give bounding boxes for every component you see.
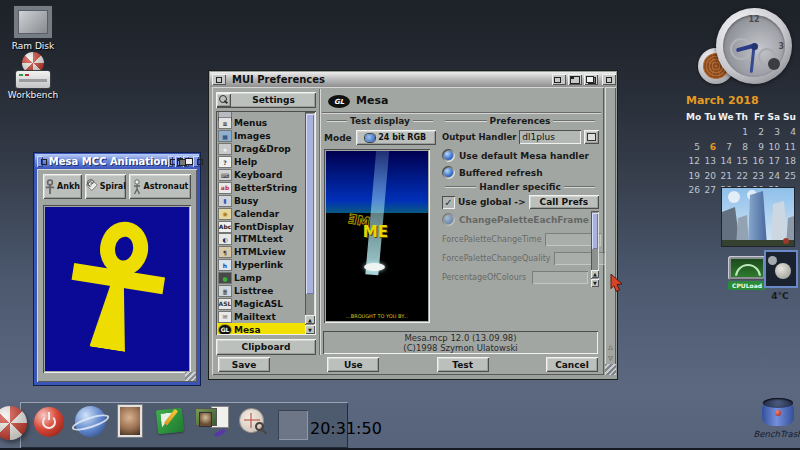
calendar-day: 15	[734, 156, 750, 171]
handler-scrollbar[interactable]: ▲ ▼	[591, 211, 599, 287]
snapshot-gadget[interactable]	[193, 156, 199, 167]
screen-preview[interactable]	[278, 410, 308, 440]
settings-list-item[interactable]: ¶ HTMLview	[217, 246, 305, 259]
settings-list-item[interactable]: Abc FontDisplay	[217, 220, 305, 233]
ankh-button[interactable]: Ankh	[43, 174, 82, 199]
globe-icon[interactable]	[75, 406, 106, 437]
action-button[interactable]: Test	[437, 357, 489, 372]
settings-list-item[interactable]: GL Mesa	[217, 323, 305, 334]
clipboard-button[interactable]: Clipboard	[216, 339, 316, 355]
calendar-day-header: Tu	[702, 112, 718, 127]
scroll-up-arrow[interactable]: ▲	[305, 315, 315, 324]
clock-numeral-3: 3	[778, 42, 784, 51]
settings-list-item[interactable]: ▦ Images	[217, 130, 305, 143]
titlebar[interactable]: Mesa MCC Animation	[35, 154, 199, 169]
settings-list-item[interactable]: h Hyperlink	[217, 259, 305, 272]
border-down-arrow[interactable]: ▽	[606, 353, 615, 362]
portrait-stamp-icon[interactable]	[118, 405, 142, 437]
power-button-icon[interactable]	[34, 407, 64, 437]
scroll-down-arrow[interactable]: ▼	[591, 279, 599, 287]
viewer-icon[interactable]	[238, 408, 268, 434]
use-global-checkbox[interactable]: ✓	[442, 196, 455, 209]
spiral-button[interactable]: Spiral	[85, 174, 126, 199]
cpu-label: CPULoad	[728, 281, 766, 290]
settings-list-item[interactable]: ● Lamp	[217, 272, 305, 285]
icon-label: Workbench	[2, 90, 64, 100]
settings-item-label: Mesa	[234, 325, 261, 334]
scroll-down-arrow[interactable]: ▼	[305, 325, 315, 334]
settings-list-item[interactable]: ◉ Calendar	[217, 207, 305, 220]
cpu-monitor-icon[interactable]: CPULoad	[728, 256, 768, 290]
snapshot-gadget[interactable]	[602, 74, 616, 85]
scrollbar-knob[interactable]	[306, 114, 314, 294]
desktop: Ram Disk Workbench Mesa MCC Animation	[0, 0, 800, 450]
zoom-gadget[interactable]	[568, 74, 582, 85]
icon-workbench[interactable]: Workbench	[2, 52, 64, 100]
scrollbar-knob[interactable]	[592, 213, 598, 249]
notepad-icon[interactable]	[156, 406, 186, 436]
settings-list-item[interactable]: ▮ Busy	[217, 194, 305, 207]
mode-button[interactable]: 24 bit RGB	[356, 130, 436, 145]
scroll-up-arrow[interactable]: ▲	[591, 270, 599, 278]
settings-list-item[interactable]: ◐ HTMLtext	[217, 233, 305, 246]
titlebar[interactable]: MUI Preferences	[210, 72, 616, 87]
calendar-day	[686, 127, 702, 142]
astronaut-icon	[132, 179, 142, 195]
settings-item-label: Drag&Drop	[234, 144, 291, 154]
icon-ram-disk[interactable]: Ram Disk	[2, 6, 64, 51]
calendar-day: 25	[782, 171, 798, 186]
close-gadget[interactable]	[37, 156, 43, 167]
moon-icon	[764, 250, 798, 288]
settings-list-scrollbar[interactable]: ▲ ▼	[305, 112, 315, 334]
settings-item-label: Menus	[234, 118, 267, 128]
trash-icon[interactable]: BenchTrash	[752, 398, 800, 439]
settings-item-label: HTMLtext	[234, 234, 283, 244]
output-handler-field[interactable]: dl1plus	[519, 130, 581, 144]
pictures-icon[interactable]	[196, 407, 228, 435]
output-handler-popup-button[interactable]	[584, 130, 599, 144]
clock-numeral-12: 12	[748, 15, 759, 24]
action-button[interactable]: Save	[218, 357, 270, 372]
border-up-arrow[interactable]: △	[606, 342, 615, 351]
depth-gadget[interactable]	[584, 74, 598, 85]
ghost-field-input	[532, 271, 588, 284]
weather-icon[interactable]: 4°C	[764, 250, 796, 301]
spiral-icon	[85, 179, 98, 194]
resize-gadget[interactable]	[605, 364, 616, 375]
preferences-group-title: Preferences	[442, 116, 598, 126]
settings-header-button[interactable]: Settings	[216, 92, 316, 108]
resize-gadget[interactable]	[185, 372, 196, 381]
iconify-gadget[interactable]	[552, 74, 566, 85]
close-gadget[interactable]	[212, 74, 226, 85]
settings-item-icon: ?	[219, 157, 231, 167]
buffered-refresh-radio[interactable]	[442, 166, 455, 179]
settings-list-item[interactable]: ASL MagicASL	[217, 297, 305, 310]
astronaut-button[interactable]: Astronaut	[129, 174, 191, 199]
ankh-shape	[61, 215, 173, 360]
settings-item-icon: ◉	[219, 209, 231, 219]
window-title: Mesa MCC Animation	[43, 156, 168, 167]
calendar-day: 5	[686, 142, 702, 157]
settings-list-item[interactable]: ⌨ Keyboard	[217, 169, 305, 182]
settings-list-item[interactable]: ≡ Menus	[217, 117, 305, 130]
settings-list-item[interactable]: ✉ Mailtext	[217, 310, 305, 323]
calendar-day-headers: MoTuWeThFrSaSu	[686, 112, 800, 127]
settings-list-item[interactable]: ? Help	[217, 156, 305, 169]
settings-list-item[interactable]: + Drag&Drop	[217, 143, 305, 156]
beam-spot	[364, 263, 385, 271]
settings-item-label: Help	[234, 157, 257, 167]
action-button[interactable]: Cancel	[546, 357, 598, 372]
call-prefs-button[interactable]: Call Prefs	[529, 195, 599, 209]
iconify-gadget[interactable]	[168, 156, 174, 167]
settings-list-frame: ≡ Menus ▦ Images + Drag&Drop	[216, 111, 316, 335]
temperature-label: 4°C	[764, 291, 796, 301]
icon-label: Ram Disk	[2, 41, 64, 51]
settings-list-item[interactable]: ≣ Listtree	[217, 285, 305, 298]
calendar-day: 9	[750, 142, 766, 157]
calendar-day: 11	[782, 142, 798, 157]
depth-gadget[interactable]	[183, 156, 189, 167]
settings-list[interactable]: ≡ Menus ▦ Images + Drag&Drop	[217, 112, 305, 334]
action-button[interactable]: Use	[327, 357, 379, 372]
use-default-radio[interactable]	[442, 149, 455, 162]
settings-list-item[interactable]: ab BetterString	[217, 181, 305, 194]
